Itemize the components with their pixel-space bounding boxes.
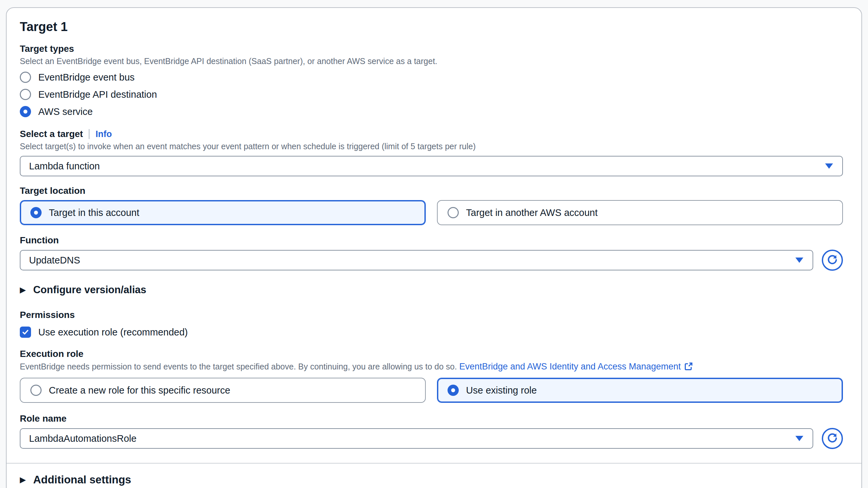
role-name-select-row: LambdaAutomationsRole (20, 428, 843, 449)
chevron-down-icon (825, 163, 833, 169)
chevron-down-icon (796, 436, 803, 441)
refresh-roles-button[interactable] (822, 428, 843, 449)
execution-role-field: Execution role EventBridge needs permiss… (20, 348, 843, 403)
radio-label: EventBridge API destination (38, 88, 157, 101)
triangle-right-icon: ▶ (20, 476, 26, 484)
execution-role-description-row: EventBridge needs permission to send eve… (20, 361, 843, 374)
configure-version-alias-expander[interactable]: ▶ Configure version/alias (20, 284, 843, 296)
label-separator (89, 129, 89, 139)
select-target-field: Select a target Info Select target(s) to… (20, 128, 843, 176)
radio-dot (24, 110, 27, 114)
radio-checked-icon (20, 106, 31, 117)
tile-target-in-this-account[interactable]: Target in this account (20, 200, 426, 225)
radio-unchecked-icon (20, 72, 31, 83)
target-location-tile-group: Target in this account Target in another… (20, 200, 843, 225)
permissions-label: Permissions (20, 309, 843, 321)
tile-use-existing-role[interactable]: Use existing role (437, 378, 843, 403)
radio-unchecked-icon (30, 385, 41, 396)
additional-settings-label: Additional settings (33, 474, 131, 486)
target-types-radio-group: EventBridge event bus EventBridge API de… (20, 71, 843, 118)
radio-checked-icon (447, 385, 459, 396)
target-location-field: Target location Target in this account T… (20, 185, 843, 225)
info-link[interactable]: Info (95, 129, 112, 139)
select-target-label: Select a target (20, 128, 83, 140)
target-type-select[interactable]: Lambda function (20, 156, 843, 176)
target-types-field: Target types Select an EventBridge event… (20, 43, 843, 118)
radio-label: EventBridge event bus (38, 71, 135, 84)
execution-role-tile-group: Create a new role for this specific reso… (20, 378, 843, 403)
tile-label: Target in this account (49, 206, 139, 219)
function-select-value: UpdateDNS (29, 255, 796, 266)
role-name-select-value: LambdaAutomationsRole (29, 433, 796, 444)
checkbox-checked-icon (20, 327, 31, 338)
tile-label: Target in another AWS account (466, 206, 598, 219)
role-name-field: Role name LambdaAutomationsRole (20, 413, 843, 449)
function-field: Function UpdateDNS (20, 235, 843, 271)
permissions-field: Permissions Use execution role (recommen… (20, 309, 843, 339)
tile-create-new-role[interactable]: Create a new role for this specific reso… (20, 378, 426, 403)
radio-eventbridge-api-destination[interactable]: EventBridge API destination (20, 88, 843, 101)
radio-label: AWS service (38, 105, 93, 118)
target-type-select-value: Lambda function (29, 161, 825, 172)
target-types-label: Target types (20, 43, 843, 55)
iam-docs-link[interactable]: EventBridge and AWS Identity and Access … (459, 362, 693, 371)
function-label: Function (20, 235, 843, 246)
target-1-panel-body: Target 1 Target types Select an EventBri… (7, 8, 861, 463)
target-1-panel: Target 1 Target types Select an EventBri… (6, 7, 862, 488)
radio-checked-icon (30, 207, 41, 218)
radio-dot (34, 211, 38, 215)
configure-version-alias-label: Configure version/alias (33, 284, 146, 296)
radio-unchecked-icon (20, 89, 31, 100)
role-name-select[interactable]: LambdaAutomationsRole (20, 428, 813, 449)
tile-target-in-another-aws-account[interactable]: Target in another AWS account (437, 200, 843, 225)
radio-eventbridge-event-bus[interactable]: EventBridge event bus (20, 71, 843, 84)
use-execution-role-checkbox-row[interactable]: Use execution role (recommended) (20, 326, 843, 339)
role-name-label: Role name (20, 413, 843, 425)
refresh-functions-button[interactable] (822, 250, 843, 271)
refresh-icon (826, 432, 839, 446)
radio-unchecked-icon (447, 207, 459, 218)
target-location-label: Target location (20, 185, 843, 197)
select-target-description: Select target(s) to invoke when an event… (20, 141, 843, 152)
refresh-icon (826, 253, 839, 267)
tile-label: Use existing role (466, 384, 537, 397)
function-select-row: UpdateDNS (20, 250, 843, 271)
panel-title: Target 1 (20, 19, 843, 34)
execution-role-description: EventBridge needs permission to send eve… (20, 362, 457, 371)
checkbox-label: Use execution role (recommended) (38, 326, 188, 339)
chevron-down-icon (796, 257, 803, 263)
additional-settings-expander[interactable]: ▶ Additional settings (20, 474, 848, 486)
execution-role-label: Execution role (20, 348, 843, 360)
iam-docs-link-text: EventBridge and AWS Identity and Access … (459, 362, 681, 371)
triangle-right-icon: ▶ (20, 286, 26, 294)
select-target-label-row: Select a target Info (20, 128, 843, 140)
panel-footer: ▶ Additional settings (7, 464, 861, 488)
external-link-icon (684, 362, 693, 374)
radio-dot (451, 388, 455, 392)
target-types-description: Select an EventBridge event bus, EventBr… (20, 56, 843, 67)
radio-aws-service[interactable]: AWS service (20, 105, 843, 118)
function-select[interactable]: UpdateDNS (20, 250, 813, 270)
tile-label: Create a new role for this specific reso… (49, 384, 230, 397)
